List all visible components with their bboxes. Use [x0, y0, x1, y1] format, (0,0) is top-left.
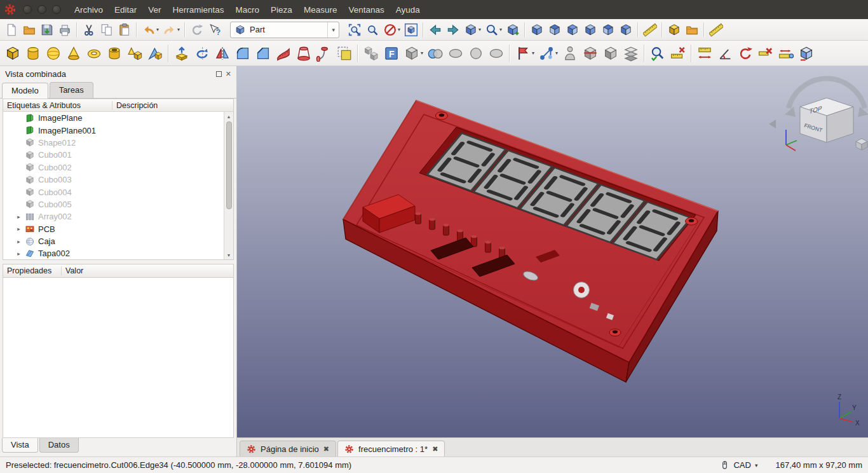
- tab-start-page[interactable]: Página de inicio ✖: [240, 441, 336, 456]
- mirror-button[interactable]: [213, 44, 232, 63]
- tree-item-pcb[interactable]: ▸ PCB: [3, 223, 233, 235]
- expand-arrow-icon[interactable]: ▸: [15, 238, 23, 245]
- ruler-button[interactable]: [708, 22, 724, 38]
- tree-item-imageplane001[interactable]: ImagePlane001: [3, 124, 233, 136]
- view-top-button[interactable]: [546, 22, 563, 38]
- standard-views-button[interactable]: ▾: [463, 22, 482, 38]
- part-box-button[interactable]: [666, 22, 682, 38]
- menu-item[interactable]: Ver: [142, 2, 166, 18]
- paste-button[interactable]: [116, 22, 133, 38]
- tree-item-shape012[interactable]: Shape012: [3, 137, 233, 149]
- cross-sections-button[interactable]: [581, 44, 600, 63]
- attachment-button[interactable]: [560, 44, 580, 63]
- tube-button[interactable]: [105, 44, 124, 63]
- menu-item[interactable]: Ventanas: [342, 2, 390, 18]
- tree-item-tapa002[interactable]: ▸ Tapa002: [3, 247, 233, 259]
- revolve-button[interactable]: [193, 44, 212, 63]
- properties-column-label[interactable]: Propiedades: [3, 266, 62, 275]
- menu-item[interactable]: Ayuda: [390, 2, 426, 18]
- expand-arrow-icon[interactable]: ▸: [15, 214, 23, 220]
- tree-header-labels[interactable]: Etiquetas & Atributos: [3, 101, 112, 110]
- tree-header-description[interactable]: Descripción: [112, 101, 158, 110]
- fit-selection-button[interactable]: [364, 22, 381, 38]
- menu-item[interactable]: Archivo: [69, 2, 109, 18]
- expand-arrow-icon[interactable]: ▸: [15, 226, 23, 232]
- menu-item[interactable]: Pieza: [265, 2, 298, 18]
- ruled-surface-button[interactable]: [274, 44, 293, 63]
- compound-filter-button[interactable]: F: [382, 44, 401, 63]
- boolean-union-button[interactable]: [446, 44, 465, 63]
- chamfer-button[interactable]: [254, 44, 273, 63]
- whats-this-button[interactable]: ?: [207, 22, 223, 38]
- boolean-button[interactable]: ▾: [402, 44, 424, 63]
- tree-item-cubo003[interactable]: Cubo003: [3, 174, 233, 186]
- cone-button[interactable]: [64, 44, 83, 63]
- boolean-common-button[interactable]: [466, 44, 485, 63]
- maximize-window-button[interactable]: [52, 5, 61, 14]
- tab-vista[interactable]: Vista: [2, 438, 38, 453]
- dropdown-arrow-icon[interactable]: ▾: [532, 50, 534, 56]
- defeaturing-button[interactable]: [668, 44, 688, 63]
- dropdown-arrow-icon[interactable]: ▾: [421, 50, 423, 56]
- create-primitives-button[interactable]: [125, 44, 144, 63]
- nav-back-button[interactable]: [427, 22, 444, 38]
- stereo-view-button[interactable]: [403, 22, 419, 38]
- offset-button[interactable]: [335, 44, 354, 63]
- box-button[interactable]: [3, 44, 22, 63]
- refine-shape-button[interactable]: [621, 44, 641, 63]
- toggle-3d-measurement-button[interactable]: [797, 44, 816, 63]
- join-tools-button[interactable]: ▾: [537, 44, 559, 63]
- menu-item[interactable]: Measure: [298, 2, 343, 18]
- navigation-style-value[interactable]: CAD: [733, 460, 750, 470]
- combo-dropdown-icon[interactable]: ▾: [327, 22, 336, 38]
- dropdown-arrow-icon[interactable]: ▾: [478, 27, 481, 32]
- axonometric-view-button[interactable]: [505, 22, 521, 38]
- tree-item-caja[interactable]: ▸ Caja: [3, 235, 233, 247]
- refresh-button[interactable]: [189, 22, 205, 38]
- check-geometry-button[interactable]: [648, 44, 667, 63]
- print-button[interactable]: [57, 22, 73, 38]
- tab-tareas[interactable]: Tareas: [50, 82, 93, 98]
- tab-modelo[interactable]: Modelo: [2, 83, 48, 99]
- menu-item[interactable]: Editar: [109, 2, 142, 18]
- save-document-button[interactable]: [39, 22, 55, 38]
- value-column-label[interactable]: Valor: [62, 266, 83, 275]
- make-compound-button[interactable]: [362, 44, 381, 63]
- menu-item[interactable]: Macro: [230, 2, 266, 18]
- tab-frecuencimetro[interactable]: frecuencimetro : 1* ✖: [337, 441, 445, 456]
- expand-arrow-icon[interactable]: ▸: [15, 250, 23, 257]
- cylinder-button[interactable]: [24, 44, 43, 63]
- measure-refresh-button[interactable]: [736, 44, 755, 63]
- undo-button[interactable]: ▾: [140, 22, 160, 38]
- shape-builder-button[interactable]: [146, 44, 165, 63]
- toggle-measurement-button[interactable]: [776, 44, 796, 63]
- dropdown-arrow-icon[interactable]: ▾: [555, 50, 558, 56]
- tree-item-cubo005[interactable]: Cubo005: [3, 198, 233, 210]
- copy-button[interactable]: [98, 22, 115, 38]
- 3d-scene[interactable]: TOP FRONT: [237, 66, 868, 437]
- torus-button[interactable]: [85, 44, 104, 63]
- cut-button[interactable]: [81, 22, 97, 38]
- dropdown-arrow-icon[interactable]: ▾: [398, 27, 400, 32]
- boolean-section-button[interactable]: [487, 44, 506, 63]
- view-right-button[interactable]: [564, 22, 581, 38]
- 3d-viewport[interactable]: TOP FRONT: [237, 66, 868, 437]
- clear-measurement-button[interactable]: [756, 44, 775, 63]
- draw-style-button[interactable]: ▾: [382, 22, 402, 38]
- close-panel-button[interactable]: ✕: [226, 71, 231, 78]
- tree-item-imageplane[interactable]: ImagePlane: [3, 112, 233, 124]
- new-document-button[interactable]: [3, 22, 20, 38]
- float-panel-button[interactable]: [216, 71, 222, 77]
- measure-distance-button[interactable]: [642, 22, 658, 38]
- menu-item[interactable]: Herramientas: [167, 2, 230, 18]
- measure-angular-button[interactable]: [715, 44, 735, 63]
- t ab-datos[interactable]: Datos: [39, 438, 79, 453]
- close-window-button[interactable]: [23, 5, 32, 14]
- split-tools-button[interactable]: ▾: [513, 44, 536, 63]
- dropdown-arrow-icon[interactable]: ▾: [177, 27, 180, 32]
- close-tab-icon[interactable]: ✖: [323, 445, 329, 453]
- navigation-style-dropdown-icon[interactable]: ▾: [755, 462, 758, 469]
- fillet-button[interactable]: [233, 44, 252, 63]
- nav-forward-button[interactable]: [445, 22, 461, 38]
- scrollbar-thumb[interactable]: [226, 121, 232, 209]
